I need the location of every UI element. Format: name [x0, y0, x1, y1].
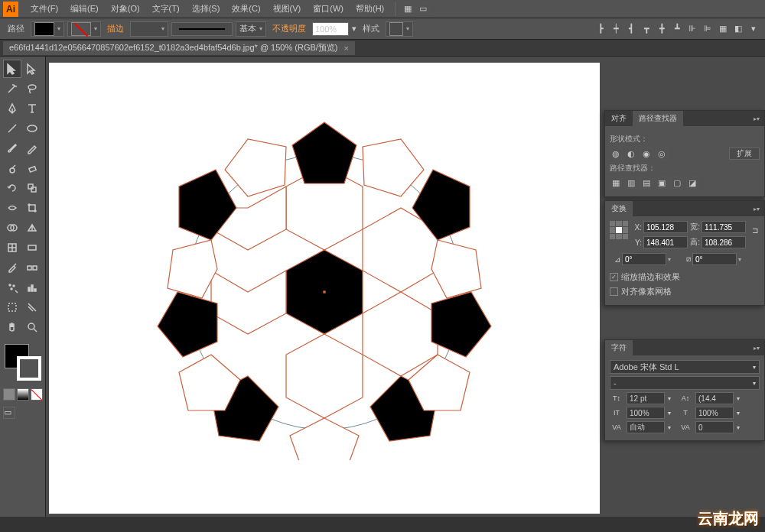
- dist-v-icon[interactable]: ⊫: [701, 22, 715, 36]
- perspective-tool-icon[interactable]: [23, 219, 41, 237]
- divide-icon[interactable]: ▦: [610, 177, 622, 189]
- menu-select[interactable]: 选择(S): [186, 3, 226, 15]
- gradient-tool-icon[interactable]: [23, 238, 41, 257]
- fill-swatch[interactable]: ▾: [31, 21, 64, 37]
- outline-icon[interactable]: ▢: [671, 177, 683, 189]
- direct-selection-tool-icon[interactable]: [23, 60, 41, 78]
- color-mode-icon[interactable]: [3, 388, 15, 401]
- exclude-icon[interactable]: ◎: [656, 148, 668, 160]
- pen-tool-icon[interactable]: [3, 99, 21, 118]
- unite-icon[interactable]: ◍: [610, 148, 622, 160]
- ellipse-tool-icon[interactable]: [23, 119, 41, 138]
- transform-h-input[interactable]: 108.286: [702, 236, 746, 248]
- none-mode-icon[interactable]: [31, 388, 43, 401]
- rotate-tool-icon[interactable]: [3, 179, 21, 197]
- eraser-tool-icon[interactable]: [23, 159, 41, 177]
- expand-button[interactable]: 扩展: [729, 148, 760, 160]
- mesh-tool-icon[interactable]: [3, 238, 21, 257]
- transform-y-input[interactable]: 148.401: [643, 236, 688, 248]
- leading-input[interactable]: (14.4: [695, 392, 734, 404]
- align-top-icon[interactable]: ┳: [640, 22, 653, 36]
- tab-align[interactable]: 对齐: [605, 111, 633, 126]
- style-swatch[interactable]: ▾: [386, 21, 413, 37]
- isolate-icon[interactable]: ◧: [731, 22, 745, 36]
- link-wh-icon[interactable]: ⊐: [750, 221, 760, 239]
- font-family-select[interactable]: Adobe 宋体 Std L▾: [610, 360, 760, 374]
- column-graph-tool-icon[interactable]: [23, 278, 41, 297]
- transform-x-input[interactable]: 105.128: [643, 221, 688, 233]
- align-right-icon[interactable]: ┫: [624, 22, 638, 36]
- menu-edit[interactable]: 编辑(E): [64, 3, 105, 15]
- dist-h-icon[interactable]: ⊪: [685, 22, 699, 36]
- reference-point-icon[interactable]: [610, 221, 628, 239]
- menu-help[interactable]: 帮助(H): [350, 3, 390, 15]
- align-bottom-icon[interactable]: ┻: [670, 22, 684, 36]
- eyedropper-tool-icon[interactable]: [3, 258, 21, 277]
- type-tool-icon[interactable]: [23, 99, 41, 118]
- align-hcenter-icon[interactable]: ┿: [609, 22, 623, 36]
- align-vcenter-icon[interactable]: ╋: [655, 22, 669, 36]
- trim-icon[interactable]: ▥: [625, 177, 637, 189]
- minus-front-icon[interactable]: ◐: [625, 148, 637, 160]
- vscale-input[interactable]: 100%: [695, 407, 734, 419]
- artboard[interactable]: [49, 63, 600, 514]
- document-tab[interactable]: e66fd1441d12e0566470857602ef6152_t0182a3…: [3, 41, 355, 55]
- selection-tool-icon[interactable]: [3, 60, 21, 78]
- arrange-icon[interactable]: ▭: [417, 3, 429, 15]
- blob-brush-tool-icon[interactable]: [3, 159, 21, 177]
- tab-character[interactable]: 字符: [605, 340, 633, 355]
- menu-view[interactable]: 视图(V): [267, 3, 308, 15]
- pencil-tool-icon[interactable]: [23, 139, 41, 157]
- rotate-input[interactable]: 0°: [622, 253, 666, 265]
- lasso-tool-icon[interactable]: [23, 79, 41, 98]
- font-size-input[interactable]: 12 pt: [627, 392, 665, 404]
- close-tab-icon[interactable]: ×: [344, 44, 349, 53]
- align-left-icon[interactable]: ┣: [594, 22, 607, 36]
- hscale-input[interactable]: 100%: [627, 407, 665, 419]
- slice-tool-icon[interactable]: [23, 298, 41, 316]
- more-icon[interactable]: ▾: [747, 22, 760, 36]
- gradient-mode-icon[interactable]: [17, 388, 29, 401]
- soccer-ball-artwork[interactable]: [141, 93, 508, 460]
- paintbrush-tool-icon[interactable]: [3, 139, 21, 157]
- layout-icon[interactable]: ▦: [402, 3, 414, 15]
- stroke-profile[interactable]: [171, 22, 233, 36]
- magic-wand-tool-icon[interactable]: [3, 79, 21, 98]
- shear-input[interactable]: 0°: [692, 253, 737, 265]
- intersect-icon[interactable]: ◉: [640, 148, 653, 160]
- panel-menu-icon[interactable]: ▸▾: [749, 345, 764, 352]
- stroke-weight-input[interactable]: ▾: [130, 21, 168, 37]
- transform-w-input[interactable]: 111.735: [702, 221, 746, 233]
- panel-menu-icon[interactable]: ▸▾: [749, 115, 764, 122]
- menu-window[interactable]: 窗口(W): [307, 3, 350, 15]
- stroke-label[interactable]: 描边: [104, 23, 127, 34]
- align-pixel-checkbox[interactable]: 对齐像素网格: [610, 286, 760, 297]
- tracking-input[interactable]: 0: [695, 421, 734, 433]
- font-style-select[interactable]: -▾: [610, 376, 760, 390]
- panel-menu-icon[interactable]: ▸▾: [749, 206, 764, 212]
- stroke-swatch[interactable]: ▾: [67, 21, 101, 37]
- tab-transform[interactable]: 变换: [605, 201, 633, 216]
- symbol-spray-tool-icon[interactable]: [3, 278, 21, 297]
- menu-file[interactable]: 文件(F): [24, 3, 64, 15]
- opacity-input[interactable]: 100%: [312, 22, 349, 36]
- stroke-color-icon[interactable]: [17, 356, 41, 381]
- artboard-tool-icon[interactable]: [3, 298, 21, 316]
- brush-profile[interactable]: 基本▾: [236, 21, 266, 37]
- line-tool-icon[interactable]: [3, 119, 21, 138]
- transform-icon[interactable]: ▦: [716, 22, 730, 36]
- width-tool-icon[interactable]: [3, 199, 21, 217]
- crop-icon[interactable]: ▣: [656, 177, 668, 189]
- scale-strokes-checkbox[interactable]: ✓缩放描边和效果: [610, 271, 760, 283]
- minus-back-icon[interactable]: ◪: [686, 177, 698, 189]
- fill-stroke-indicator[interactable]: [3, 342, 42, 384]
- scale-tool-icon[interactable]: [23, 179, 41, 197]
- menu-type[interactable]: 文字(T): [146, 3, 186, 15]
- blend-tool-icon[interactable]: [23, 258, 41, 277]
- merge-icon[interactable]: ▤: [640, 177, 653, 189]
- opacity-label[interactable]: 不透明度: [269, 23, 309, 34]
- kerning-input[interactable]: 自动: [627, 421, 665, 433]
- shape-builder-tool-icon[interactable]: [3, 219, 21, 237]
- menu-effect[interactable]: 效果(C): [226, 3, 266, 15]
- screen-mode-icon[interactable]: ▭: [3, 407, 15, 419]
